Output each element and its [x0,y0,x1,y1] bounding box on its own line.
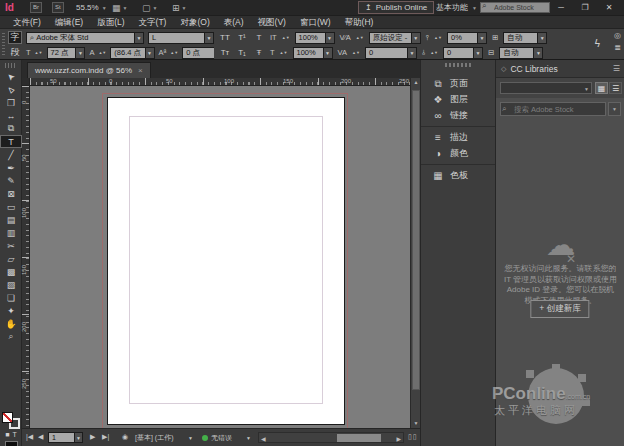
pasteboard[interactable] [30,86,410,428]
maximize-button[interactable]: ❐ [576,1,594,14]
underline-button[interactable]: T [253,33,265,42]
apply-color-swatch[interactable] [5,441,18,446]
first-page-button[interactable]: |◀ [26,433,33,441]
links-panel-button[interactable]: ∞ 链接 [421,108,496,123]
stepper-arrows[interactable]: ▲▼ [352,51,360,55]
subscript-button[interactable]: T₁ [236,48,248,57]
grid-view-button[interactable]: ▦ [595,82,608,94]
publish-online-button[interactable]: ↥ Publish Online [358,1,434,14]
spread-view-icon[interactable]: ▯▯ [408,433,418,441]
vertical-scrollbar[interactable]: ▲ ▼ [410,78,420,428]
pages-panel-button[interactable]: ⧉ 页面 [421,76,496,91]
horizontal-scrollbar-thumb[interactable] [337,434,381,442]
page-tool[interactable]: ❐ [0,96,22,109]
bridge-button[interactable]: Br [30,2,42,13]
horizontal-scrollbar[interactable]: ◀ ▶ [258,432,404,443]
stepper-arrows[interactable]: ▲▼ [434,36,442,40]
font-family-field[interactable]: ⌕Adobe 宋体 Std ▼ [26,32,144,44]
collapse-panel-icon[interactable]: ◇ [501,65,506,73]
color-theme-tool[interactable]: ✦ [0,304,22,317]
hand-tool[interactable]: ✋ [0,317,22,330]
document-page[interactable] [107,97,345,425]
document-tab[interactable]: www.uzzf.com.indd @ 56% × [27,62,151,78]
screen-mode-dropdown[interactable]: ▢▼ [142,1,157,14]
chevron-down-icon[interactable]: ▼ [473,47,483,59]
scissors-tool[interactable]: ✂ [0,239,22,252]
chevron-down-icon[interactable]: ▼ [323,47,333,59]
chevron-down-icon[interactable]: ▼ [246,435,251,441]
control-panel-options-icon[interactable]: ◎ [614,31,621,40]
type-tool[interactable]: T [0,135,22,148]
previous-page-button[interactable]: ◀ [38,433,43,441]
chevron-down-icon[interactable]: ▼ [533,47,543,59]
stepper-arrows[interactable]: ▲▼ [280,51,288,55]
cc-libraries-title[interactable]: CC Libraries [510,64,557,74]
stepper-arrows[interactable]: ▲▼ [356,36,364,40]
paragraph-formatting-toggle[interactable]: 段 [8,46,22,59]
menu-help[interactable]: 帮助(H) [338,16,381,29]
panel-drag-handle[interactable] [2,33,5,57]
horizontal-scale-field[interactable]: 100% ▼ [293,47,333,59]
chevron-down-icon[interactable]: ▼ [134,32,144,44]
control-panel-menu-icon[interactable]: ≣ [614,43,621,52]
formatting-affects-text-toggle[interactable]: T [12,431,16,438]
chevron-down-icon[interactable]: ▼ [407,47,417,59]
stock-button[interactable]: St [52,2,64,13]
kerning-field[interactable]: 原始设定 - ▼ [369,32,421,44]
gradient-swatch-tool[interactable]: ▩ [0,265,22,278]
create-new-library-button[interactable]: + 创建新库 [530,300,589,318]
gap-tool[interactable]: ↔ [0,109,22,122]
zoom-level-dropdown[interactable]: 55.5% ▼ [76,1,107,14]
menu-table[interactable]: 表(A) [217,16,251,29]
zoom-tool[interactable]: ⌕ [0,330,22,343]
scroll-left-arrow[interactable]: ◀ [261,435,266,442]
chevron-down-icon[interactable]: ▼ [537,32,547,44]
menu-window[interactable]: 窗口(W) [293,16,338,29]
library-select-dropdown[interactable]: ▼ [500,82,592,94]
view-options-dropdown[interactable]: ▦▼ [112,1,127,14]
list-view-button[interactable]: ☰ [609,82,622,94]
chevron-down-icon[interactable]: ▼ [75,47,85,59]
stroke-panel-button[interactable]: ≡ 描边 [421,130,496,145]
chevron-down-icon[interactable]: ▼ [188,435,193,441]
horizontal-ruler[interactable]: 50 0 50 100 150 200 250 [30,78,410,86]
superscript-button[interactable]: T¹ [236,33,248,42]
preflight-icon[interactable]: ◉ [122,433,128,441]
fill-swatch[interactable] [2,412,13,423]
menu-edit[interactable]: 编辑(E) [48,16,90,29]
chevron-down-icon[interactable]: ▼ [608,102,621,116]
menu-view[interactable]: 视图(V) [251,16,293,29]
rectangle-tool[interactable]: ▭ [0,200,22,213]
gradient-feather-tool[interactable]: ▨ [0,278,22,291]
chevron-down-icon[interactable]: ▼ [204,32,214,44]
vertical-grid-tool[interactable]: ▥ [0,226,22,239]
cc-search-input[interactable] [500,102,606,116]
chevron-down-icon[interactable]: ▼ [325,32,335,44]
baseline-shift-field[interactable]: 0 点 [182,47,214,59]
leading-field[interactable]: (86.4 点 ▼ [110,47,154,59]
scroll-right-arrow[interactable]: ▶ [396,435,401,442]
panel-menu-icon[interactable]: ☰ [613,64,620,73]
small-caps-button[interactable]: Tт [219,48,231,57]
line-tool[interactable]: ╱ [0,148,22,161]
chevron-down-icon[interactable]: ▼ [74,432,83,443]
rectangle-frame-tool[interactable]: ⊠ [0,187,22,200]
layers-panel-button[interactable]: ❖ 图层 [421,92,496,107]
all-caps-button[interactable]: TT [219,33,231,42]
workspace-switcher[interactable]: 基本功能 ▼ [436,1,477,14]
menu-type[interactable]: 文字(T) [132,16,174,29]
panel-drag-handle[interactable] [445,63,471,67]
close-button[interactable]: ✕ [600,1,618,14]
next-page-button[interactable]: ▶ [90,433,95,441]
horizontal-grid-tool[interactable]: ▤ [0,213,22,226]
minimize-button[interactable]: ─ [552,1,570,14]
selection-tool[interactable]: ➤ [0,70,22,83]
font-style-field[interactable]: L ▼ [148,32,214,44]
pen-tool[interactable]: ✒ [0,161,22,174]
grid-count-field[interactable]: 0 ▼ [443,47,483,59]
stepper-arrows[interactable]: ▲▼ [282,36,290,40]
menu-file[interactable]: 文件(F) [6,16,48,29]
character-formatting-toggle[interactable]: 字 [8,31,22,44]
pencil-tool[interactable]: ✎ [0,174,22,187]
stepper-arrows[interactable]: ▲▼ [170,51,178,55]
